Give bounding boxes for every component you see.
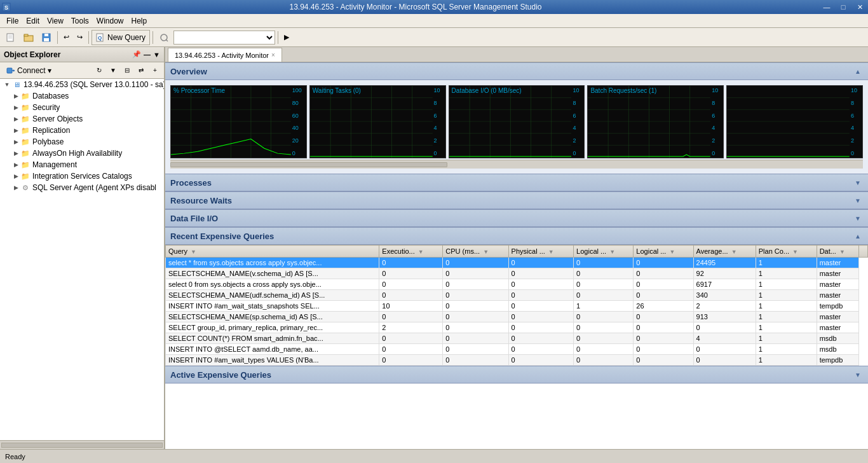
table-row[interactable]: select 0 from sys.objects a cross apply … <box>166 279 868 290</box>
new-query-button[interactable]: Q New Query <box>92 30 150 45</box>
query-filter-icon[interactable]: ▼ <box>191 249 196 255</box>
col-logical1[interactable]: Logical ... ▼ <box>574 245 634 258</box>
resource-waits-section-header[interactable]: Resource Waits ▼ <box>165 191 868 209</box>
tree-management[interactable]: ▶ 📁 Management <box>0 159 164 170</box>
col-plan[interactable]: Plan Co... ▼ <box>756 245 817 258</box>
col-database[interactable]: Dat... ▼ <box>817 245 858 258</box>
toolbar-redo[interactable]: ↪ <box>74 31 86 45</box>
db-filter-icon[interactable]: ▼ <box>839 249 845 255</box>
menu-help[interactable]: Help <box>128 15 151 27</box>
toolbar-sep-2 <box>88 31 89 44</box>
toolbar-btn-extra1[interactable] <box>156 31 172 45</box>
col-average[interactable]: Average... ▼ <box>693 245 756 258</box>
maximize-button[interactable]: □ <box>835 0 851 14</box>
data-file-io-collapse-icon[interactable]: ▼ <box>853 213 863 223</box>
databases-expand-icon[interactable]: ▶ <box>11 92 20 100</box>
security-expand-icon[interactable]: ▶ <box>11 103 20 112</box>
chart-dbio-label: Database I/O (0 MB/sec) <box>452 87 522 94</box>
tree-integration-services[interactable]: ▶ 📁 Integration Services Catalogs <box>0 170 164 182</box>
table-cell: 0 <box>508 333 573 344</box>
tree-polybase[interactable]: ▶ 📁 Polybase <box>0 136 164 148</box>
overview-section-header[interactable]: Overview ▲ <box>165 62 868 80</box>
oe-dropdown-icon[interactable]: ▼ <box>153 51 160 59</box>
close-button[interactable]: ✕ <box>851 0 868 14</box>
integration-expand-icon[interactable]: ▶ <box>11 172 20 181</box>
alwayson-expand-icon[interactable]: ▶ <box>11 149 20 158</box>
minimize-button[interactable]: — <box>818 0 835 14</box>
log1-filter-icon[interactable]: ▼ <box>609 249 615 255</box>
exec-filter-icon[interactable]: ▼ <box>418 249 424 255</box>
phys-filter-icon[interactable]: ▼ <box>548 249 554 255</box>
menu-window[interactable]: Window <box>93 15 128 27</box>
oe-refresh-btn[interactable]: ↻ <box>93 64 105 77</box>
menu-file[interactable]: File <box>3 15 22 27</box>
log2-filter-icon[interactable]: ▼ <box>670 249 675 255</box>
col-execution[interactable]: Executio... ▼ <box>379 245 443 258</box>
table-row[interactable]: INSERT INTO #am_wait_types VALUES (N'Ba.… <box>166 355 868 366</box>
active-queries-collapse-icon[interactable]: ▼ <box>853 370 863 380</box>
table-row[interactable]: INSERT INTO #am_wait_stats_snapshots SEL… <box>166 301 868 312</box>
col-physical[interactable]: Physical ... ▼ <box>508 245 573 258</box>
oe-new-btn[interactable]: + <box>149 64 161 77</box>
processes-section-header[interactable]: Processes ▼ <box>165 174 868 191</box>
chart2-svg <box>310 86 433 158</box>
tree-server-node[interactable]: ▼ 🖥 13.94.46.253 (SQL Server 13.0.1100 -… <box>0 79 164 90</box>
toolbar-execute[interactable]: ▶ <box>281 31 292 45</box>
menu-tools[interactable]: Tools <box>67 15 93 27</box>
sql-agent-expand-icon[interactable]: ▶ <box>11 183 20 192</box>
table-row[interactable]: select * from sys.objects across apply s… <box>166 258 868 268</box>
table-row[interactable]: SELECTSCHEMA_NAME(sp.schema_id) AS [S...… <box>166 312 868 322</box>
col-logical2[interactable]: Logical ... ▼ <box>634 245 693 258</box>
tree-server-objects[interactable]: ▶ 📁 Server Objects <box>0 113 164 125</box>
connect-button[interactable]: Connect ▾ <box>3 65 55 76</box>
data-file-io-title: Data File I/O <box>170 214 218 223</box>
toolbar-new[interactable] <box>3 31 19 45</box>
tree-sql-agent[interactable]: ▶ ⚙ SQL Server Agent (Agent XPs disabl <box>0 182 164 193</box>
oe-minimize-icon[interactable]: — <box>144 51 151 59</box>
menu-edit[interactable]: Edit <box>22 15 43 27</box>
toolbar-open[interactable] <box>20 31 37 45</box>
plan-filter-icon[interactable]: ▼ <box>792 249 798 255</box>
server-objects-expand-icon[interactable]: ▶ <box>11 114 20 123</box>
tree-security[interactable]: ▶ 📁 Security <box>0 102 164 113</box>
toolbar-undo[interactable]: ↩ <box>60 31 72 45</box>
oe-pin-icon[interactable]: 📌 <box>132 50 141 59</box>
table-row[interactable]: SELECTSCHEMA_NAME(udf.schema_id) AS [S..… <box>166 290 868 301</box>
avg-filter-icon[interactable]: ▼ <box>731 249 737 255</box>
table-cell: 0 <box>379 312 443 322</box>
oe-sync-btn[interactable]: ⇄ <box>135 64 147 77</box>
replication-expand-icon[interactable]: ▶ <box>11 126 20 135</box>
table-row[interactable]: SELECT group_id, primary_replica, primar… <box>166 322 868 333</box>
tree-alwayson[interactable]: ▶ 📁 AlwaysOn High Availability <box>0 148 164 159</box>
table-row[interactable]: SELECTSCHEMA_NAME(v.schema_id) AS [S...0… <box>166 268 868 279</box>
data-file-io-section-header[interactable]: Data File I/O ▼ <box>165 209 868 227</box>
management-expand-icon[interactable]: ▶ <box>11 160 20 169</box>
toolbar-save[interactable] <box>38 31 55 45</box>
table-row[interactable]: SELECT COUNT(*) FROM smart_admin.fn_bac.… <box>166 333 868 344</box>
table-row[interactable]: INSERT INTO @tSELECT aamd.db_name, aa...… <box>166 344 868 355</box>
menu-view[interactable]: View <box>43 15 67 27</box>
col-query[interactable]: Query ▼ <box>166 245 379 258</box>
polybase-expand-icon[interactable]: ▶ <box>11 137 20 146</box>
overview-h-scroll[interactable] <box>170 160 863 169</box>
database-selector[interactable] <box>173 31 275 45</box>
cpu-filter-icon[interactable]: ▼ <box>483 249 489 255</box>
active-queries-section-header[interactable]: Active Expensive Queries ▼ <box>165 366 868 384</box>
table-cell: master <box>817 322 858 333</box>
tree-replication[interactable]: ▶ 📁 Replication <box>0 125 164 136</box>
tree-databases[interactable]: ▶ 📁 Databases <box>0 90 164 102</box>
server-expand-icon[interactable]: ▼ <box>3 80 11 89</box>
table-cell: 0 <box>508 312 573 322</box>
table-cell: 1 <box>756 301 817 312</box>
recent-queries-section-header[interactable]: Recent Expensive Queries ▲ <box>165 227 868 245</box>
processes-collapse-icon[interactable]: ▼ <box>853 177 863 188</box>
oe-filter-btn[interactable]: ▼ <box>107 64 119 77</box>
oe-collapse-btn[interactable]: ⊟ <box>121 64 133 77</box>
tab-close-icon[interactable]: × <box>271 52 275 59</box>
recent-queries-collapse-icon[interactable]: ▲ <box>853 231 863 241</box>
activity-monitor-tab[interactable]: 13.94.46.253 - Activity Monitor × <box>168 48 282 62</box>
overview-collapse-icon[interactable]: ▲ <box>853 66 863 76</box>
table-cell: msdb <box>817 344 858 355</box>
resource-waits-collapse-icon[interactable]: ▼ <box>853 195 863 205</box>
col-cpu[interactable]: CPU (ms... ▼ <box>443 245 508 258</box>
